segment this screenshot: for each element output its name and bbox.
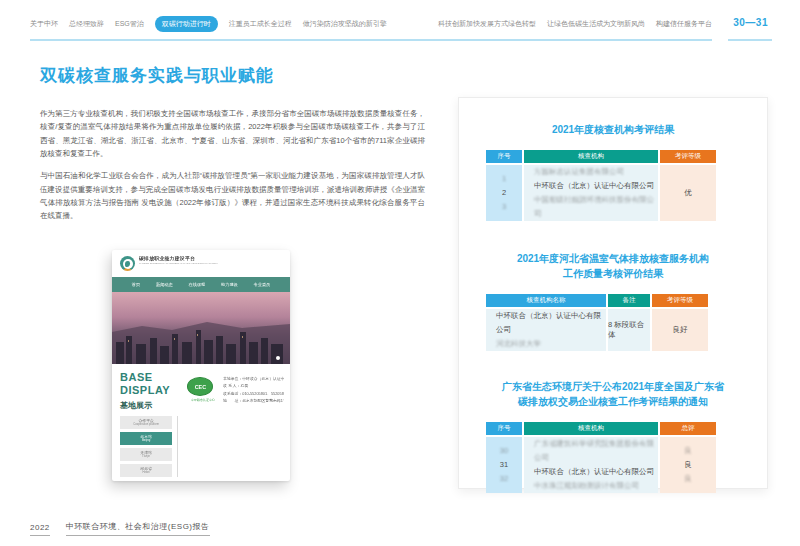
platform-name: 碳排放职业能力建设平台 — [139, 255, 253, 262]
table3-header-no: 序号 — [486, 422, 522, 435]
website-content: BASE DISPLAY 基地展示 合作平台 Cooperation platf… — [112, 364, 290, 480]
table1-no-column: 1 2 3 — [486, 165, 522, 221]
table2-header-grade: 考评等级 — [652, 294, 708, 307]
table-row: 方圆标志认证集团有限公司 — [534, 165, 658, 179]
table2-title: 2021年度河北省温室气体排放核查服务机构 工作质量考核评价结果 — [486, 251, 740, 282]
site-nav-home: 首页 — [132, 282, 140, 288]
table1-header-no: 序号 — [486, 150, 522, 163]
site-nav-courses: 在线课程 — [188, 282, 205, 288]
page-number: 30—31 — [733, 17, 768, 28]
platform-name-en: CARBON EMISSION MANAGEMENT CAPACITY BUIL… — [139, 261, 253, 264]
site-nav-capacity: 能力建设 — [221, 282, 238, 288]
table3: 序号 30 31 32 核查机构 广东省建筑科学研究院集团股份有限公司 中环联合… — [486, 422, 740, 493]
table2-note-cell: 8 标段联合体 — [608, 309, 650, 351]
sidebar-item-tianjin: 天津站 Tianjin — [120, 448, 172, 461]
table-row: 河北科技大学 — [496, 337, 606, 351]
table2-org-cell: 中环联合（北京）认证中心有限公司 河北科技大学 — [486, 309, 606, 351]
table1: 序号 1 2 3 核查机构 方圆标志认证集团有限公司 中环联合（北京）认证中心有… — [486, 150, 740, 221]
table-row: 中环联合（北京）认证中心有限公司 — [496, 309, 606, 337]
table-row: 中环联合（北京）认证中心有限公司 — [534, 179, 658, 193]
table-row: 中环联合（北京）认证中心有限公司 — [534, 465, 658, 479]
table3-header-org: 核查机构 — [524, 422, 658, 435]
table3-title: 广东省生态环境厅关于公布2021年度全国及广东省 碳排放权交易企业核查工作考评结… — [486, 379, 740, 410]
table1-title: 2021年度核查机构考评结果 — [486, 122, 740, 138]
table1-grade-cell: 优 — [660, 165, 716, 221]
nav-item-gm-message[interactable]: 总经理致辞 — [69, 19, 104, 29]
table-row: 中水珠江规划勘测设计有限公司 — [534, 479, 658, 493]
footer-report-title: 中环联合环境、社会和治理(ESG)报告 — [66, 521, 210, 536]
table1-org-column: 方圆标志认证集团有限公司 中环联合（北京）认证中心有限公司 中国船级社能源环境科… — [524, 165, 658, 221]
table-row: 广东省建筑科学研究院集团股份有限公司 — [534, 437, 658, 465]
page-footer: 2022 中环联合环境、社会和治理(ESG)报告 — [30, 521, 210, 536]
table3-grade-column: 良 良 良 — [660, 437, 716, 493]
base-contact-info: 基地单位：中环联合（北京）认证中心… 联 系 人：石磊 联系电话：010-552… — [218, 371, 284, 431]
paragraph-1: 作为第三方专业核查机构，我们积极支持全国碳市场核查工作，承接部分省市全国碳市场碳… — [40, 107, 425, 160]
body-text: 作为第三方专业核查机构，我们积极支持全国碳市场核查工作，承接部分省市全国碳市场碳… — [40, 107, 425, 232]
report-page: 关于中环 总经理致辞 ESG管治 双碳行动进行时 注重员工成长全过程 做污染防治… — [0, 0, 800, 546]
website-screenshot: 碳排放职业能力建设平台 CARBON EMISSION MANAGEMENT C… — [112, 250, 290, 481]
carousel-dot — [276, 356, 280, 360]
nav-divider — [30, 39, 712, 41]
table2-header-org: 核查机构名称 — [486, 294, 606, 307]
table2-grade-cell: 良好 — [652, 309, 708, 351]
table1-header-org: 核查机构 — [524, 150, 658, 163]
sidebar-item-beijing: 北京站 Beijing — [120, 432, 172, 445]
info-line-contact: 联 系 人：石磊 — [223, 382, 284, 389]
base-display-title-cn: 基地展示 — [120, 400, 182, 411]
table1-header-grade: 考评等级 — [660, 150, 716, 163]
nav-item-employee-growth[interactable]: 注重员工成长全过程 — [229, 19, 292, 29]
nav-item-green-life[interactable]: 让绿色低碳生活成为文明新风尚 — [547, 19, 645, 29]
table3-org-column: 广东省建筑科学研究院集团股份有限公司 中环联合（北京）认证中心有限公司 中水珠江… — [524, 437, 658, 493]
website-navbar: 首页 新闻动态 在线课程 能力建设 专业委员 — [112, 277, 290, 292]
table2-header-note: 备注 — [608, 294, 650, 307]
nav-item-dual-carbon-active[interactable]: 双碳行动进行时 — [155, 16, 218, 32]
nav-item-pollution-control[interactable]: 做污染防治攻坚战的新引擎 — [303, 19, 387, 29]
sidebar-item-cooperation: 合作平台 Cooperation platform — [120, 416, 172, 429]
top-nav-left: 关于中环 总经理致辞 ESG管治 双碳行动进行时 注重员工成长全过程 做污染防治… — [30, 16, 387, 32]
table3-header-grade: 总评 — [660, 422, 716, 435]
nav-item-tech-innovation[interactable]: 科技创新加快发展方式绿色转型 — [438, 19, 536, 29]
platform-logo-text: 碳排放职业能力建设平台 CARBON EMISSION MANAGEMENT C… — [139, 255, 290, 273]
top-nav: 关于中环 总经理致辞 ESG管治 双碳行动进行时 注重员工成长全过程 做污染防治… — [30, 16, 712, 32]
table2: 核查机构名称 中环联合（北京）认证中心有限公司 河北科技大学 备注 8 标段联合… — [486, 294, 740, 351]
info-line-phone: 联系电话：010-55205801、55205879 — [223, 390, 284, 397]
platform-logo-icon — [120, 256, 135, 271]
info-line-address: 地 址：北京市朝阳区育慧南路1号 — [223, 397, 284, 404]
sidebar-item-hebei: 河北省 Hebei — [120, 464, 172, 477]
base-display-title-en: BASE DISPLAY — [120, 371, 182, 396]
results-card: 2021年度核查机构考评结果 序号 1 2 3 核查机构 方圆标志认证集团有限公… — [458, 97, 768, 489]
website-header: 碳排放职业能力建设平台 CARBON EMISSION MANAGEMENT C… — [112, 250, 290, 277]
site-nav-committee: 专业委员 — [254, 282, 271, 288]
info-line-unit: 基地单位：中环联合（北京）认证中心… — [223, 375, 284, 382]
table-row: 中国船级社能源环境科技股份有限公司 — [534, 193, 658, 221]
table3-no-column: 30 31 32 — [486, 437, 522, 493]
site-nav-news: 新闻动态 — [156, 282, 173, 288]
page-number-underline — [728, 39, 772, 41]
cec-badge-icon: CEC — [187, 377, 213, 396]
page-title: 双碳核查服务实践与职业赋能 — [40, 64, 274, 87]
top-nav-right: 科技创新加快发展方式绿色转型 让绿色低碳生活成为文明新风尚 构建信任服务平台 — [438, 19, 712, 29]
cec-badge-caption: 中环联合认证中心 — [182, 398, 218, 406]
nav-item-trust-platform[interactable]: 构建信任服务平台 — [656, 19, 712, 29]
nav-item-esg-governance[interactable]: ESG管治 — [115, 19, 144, 29]
base-sidebar: 合作平台 Cooperation platform 北京站 Beijing 天津… — [120, 416, 178, 477]
nav-item-about[interactable]: 关于中环 — [30, 19, 58, 29]
city-skyline-photo — [112, 292, 290, 364]
paragraph-2: 与中国石油和化学工业联合会合作，成为人社部“碳排放管理员”第一家职业能力建设基地… — [40, 169, 425, 222]
footer-year: 2022 — [30, 523, 50, 536]
